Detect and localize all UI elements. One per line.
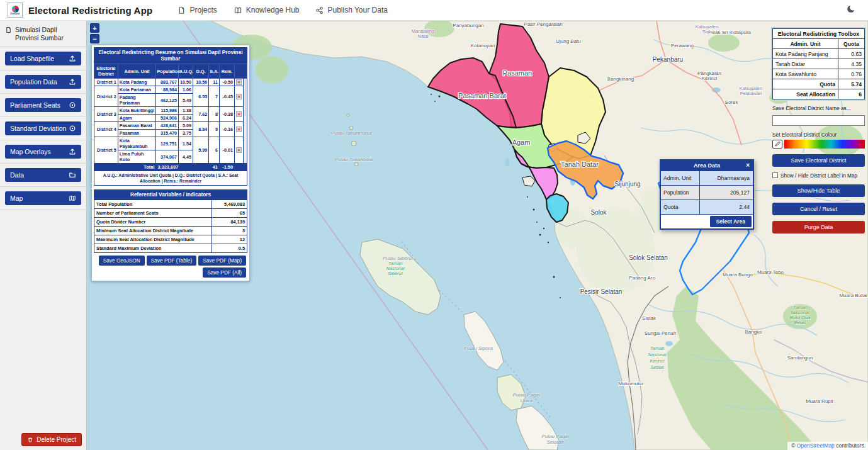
sidebar-group-standard-deviation: Standard Deviation <box>0 117 86 140</box>
resume-col-header: Admin. Unit <box>118 64 156 79</box>
sidebar-group-load-shapefile: Load Shapefile <box>0 47 86 70</box>
dq-cell: 8.84 <box>193 122 209 137</box>
table-row: District 2Kota Pariaman88,9841.066.557-0… <box>94 86 247 94</box>
upload-icon <box>69 148 76 155</box>
show-hide-table-button[interactable]: Show/Hide Table <box>772 184 865 197</box>
map-label-panyabungan: Panyabungan <box>453 23 483 28</box>
referential-value: 65 <box>212 209 247 218</box>
nav-item-label: Knowledge Hub <box>246 6 300 14</box>
area-data-row: Admin. UnitDharmasraya <box>661 171 753 185</box>
map-label-muara-rupit: Muara Rupit <box>806 398 833 404</box>
sidebar-button-population-data[interactable]: Population Data <box>5 75 81 89</box>
nav-item-label: Publish Your Data <box>327 6 387 14</box>
toolbox-quota-value: 0.63 <box>838 49 865 59</box>
sidebar-button-map-overlays[interactable]: Map Overlays <box>5 145 81 159</box>
sidebar-button-label: Map <box>10 194 23 202</box>
zoom-out-button[interactable]: − <box>90 34 99 43</box>
population-cell: 462,125 <box>156 94 179 107</box>
map-label-sarolangun: Sarolangun <box>787 355 813 361</box>
close-icon[interactable]: × <box>746 162 750 169</box>
referential-row: Maximum Seat Allocation District Magnitu… <box>94 235 247 244</box>
map-label-nasional: Nasional <box>648 352 667 357</box>
toolbox-summary-label: Seat Allocation <box>773 89 838 99</box>
save-geojson-button[interactable]: Save GeoJSON <box>99 256 145 266</box>
rem-cell: -0.45 <box>219 86 234 107</box>
district-cell: District 1 <box>94 79 118 86</box>
resume-panel: Electoral Redistricting Resume on Simula… <box>91 45 250 281</box>
map-label-utara: Utara <box>520 398 533 403</box>
population-cell: 883,767 <box>156 79 179 86</box>
zoom-in-button[interactable]: + <box>90 23 99 33</box>
table-row: District 4Pasaman Barat428,6415.098.849-… <box>94 122 247 130</box>
resume-col-header: Electoral District <box>94 64 118 79</box>
resume-col-header: S.A. <box>209 64 220 79</box>
eyedropper-button[interactable] <box>772 140 782 149</box>
delete-district-button[interactable]: × <box>236 147 242 153</box>
resume-col-header: Population <box>156 64 179 79</box>
toolbox-title: Electoral Redistricting Toolbox <box>773 29 865 39</box>
purge-data-button[interactable]: Purge Data <box>772 221 865 233</box>
attribution-prefix: © <box>791 442 797 449</box>
referential-panel: Referential Variables / Indicators Total… <box>94 189 247 279</box>
share-icon <box>315 6 324 14</box>
toolbox-col-admin-unit: Admin. Unit <box>773 39 838 49</box>
save-pdf-all-button[interactable]: Save PDF (All) <box>203 267 246 278</box>
admin-unit-cell: Padang Pariaman <box>118 94 156 107</box>
district-label-toggle-row: Show / Hide District Label in Map <box>772 172 865 179</box>
enclave-kota-pariaman <box>522 176 535 186</box>
area-data-row: Quota2.44 <box>661 200 753 214</box>
delete-district-button[interactable]: × <box>236 94 242 99</box>
select-area-button[interactable]: Select Area <box>710 216 752 227</box>
map-label-solok-selatan: Solok Selatan <box>629 254 668 261</box>
district-name-input[interactable] <box>772 115 865 126</box>
legend-text: A.U.Q.: Administrative Unit Quota | D.Q.… <box>94 171 247 186</box>
delete-project-button[interactable]: Delete Project <box>21 433 82 446</box>
sidebar-project-item[interactable]: Simulasi Dapil Provinsi Sumbar <box>0 21 86 47</box>
map-label-bangko: Bangko <box>745 329 762 335</box>
map-label-siberut: Siberut <box>388 271 403 276</box>
save-electoral-district-button[interactable]: Save Electoral District <box>772 154 865 167</box>
sidebar-button-map[interactable]: Map <box>5 191 81 205</box>
dark-mode-toggle[interactable] <box>847 4 855 16</box>
sidebar-button-standard-deviation[interactable]: Standard Deviation <box>5 121 81 135</box>
map-label-pasir-pengaraian: Pasir Pengaraian <box>524 21 562 27</box>
map-label-muara-tebo: Muara Tebo <box>757 269 784 275</box>
map-label-pulau-pagai: Pulau Pagai <box>512 392 539 398</box>
save-pdf-map-button[interactable]: Save PDF (Map) <box>198 256 246 266</box>
sa-cell: 9 <box>209 122 220 137</box>
delete-district-button[interactable]: × <box>236 111 242 117</box>
app-logo[interactable]: Electoral <box>8 3 23 18</box>
sidebar-button-label: Data <box>10 171 24 179</box>
map-label-tanah-datar: Tanah Datar <box>561 160 599 168</box>
save-pdf-table-button[interactable]: Save PDF (Table) <box>147 256 196 266</box>
auq-cell: 5.49 <box>179 94 193 107</box>
map-label-belas: Belas <box>794 320 806 325</box>
delete-district-button[interactable]: × <box>236 79 242 85</box>
dq-cell: 10.50 <box>193 79 209 86</box>
resume-col-header-actions <box>235 64 247 79</box>
osm-link[interactable]: OpenStreetMap <box>797 442 835 449</box>
map-label-bangkinang: Bangkinang <box>607 76 634 82</box>
scrollbar-thumb[interactable] <box>245 79 245 116</box>
nav-item-publish-your-data[interactable]: Publish Your Data <box>315 6 387 14</box>
nav-item-knowledge-hub[interactable]: Knowledge Hub <box>234 6 300 14</box>
sidebar-button-data[interactable]: Data <box>5 168 81 182</box>
map-label-siak: Siak <box>702 29 712 35</box>
toolbox-table: Electoral Redistricting Toolbox Admin. U… <box>772 28 865 99</box>
redistricting-toolbox: Electoral Redistricting Toolbox Admin. U… <box>772 28 865 233</box>
sidebar-button-load-shapefile[interactable]: Load Shapefile <box>5 52 81 65</box>
map-label-pulau-siberut: Pulau Siberut <box>383 256 414 261</box>
sidebar-button-parliament-seats[interactable]: Parliament Seats <box>5 98 81 112</box>
delete-district-cell: × <box>235 86 244 107</box>
nav-item-projects[interactable]: Projects <box>178 6 217 14</box>
district-label-checkbox[interactable] <box>772 172 778 178</box>
colour-picker-row <box>772 140 865 149</box>
cancel-reset-button[interactable]: Cancel / Reset <box>772 203 865 215</box>
map-attribution: © OpenStreetMap contributors. <box>787 442 868 450</box>
colour-gradient-bar[interactable] <box>784 140 865 149</box>
population-cell: 129,751 <box>156 137 179 150</box>
delete-district-button[interactable]: × <box>236 127 242 132</box>
total-sa: 41 <box>209 164 220 171</box>
map-label-pulau-tanahmasa: Pulau Tanahmasa <box>331 130 372 136</box>
referential-label: Maximum Seat Allocation District Magnitu… <box>94 235 212 244</box>
